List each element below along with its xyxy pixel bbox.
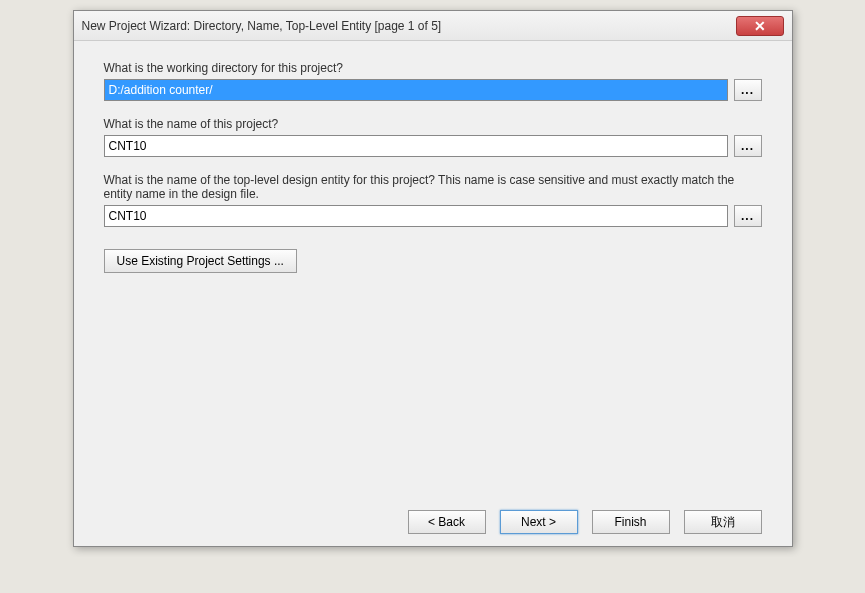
entity-row: ... — [104, 205, 762, 227]
entity-group: What is the name of the top-level design… — [104, 173, 762, 227]
directory-input[interactable] — [104, 79, 728, 101]
close-icon: ✕ — [754, 18, 766, 34]
directory-browse-button[interactable]: ... — [734, 79, 762, 101]
directory-row: ... — [104, 79, 762, 101]
cancel-button[interactable]: 取消 — [684, 510, 762, 534]
content-area: What is the working directory for this p… — [74, 41, 792, 546]
use-existing-button[interactable]: Use Existing Project Settings ... — [104, 249, 297, 273]
back-button[interactable]: < Back — [408, 510, 486, 534]
next-button[interactable]: Next > — [500, 510, 578, 534]
titlebar: New Project Wizard: Directory, Name, Top… — [74, 11, 792, 41]
window-title: New Project Wizard: Directory, Name, Top… — [82, 19, 442, 33]
project-name-group: What is the name of this project? ... — [104, 117, 762, 157]
directory-label: What is the working directory for this p… — [104, 61, 762, 75]
wizard-window: New Project Wizard: Directory, Name, Top… — [73, 10, 793, 547]
project-name-label: What is the name of this project? — [104, 117, 762, 131]
entity-label: What is the name of the top-level design… — [104, 173, 762, 201]
entity-input[interactable] — [104, 205, 728, 227]
entity-browse-button[interactable]: ... — [734, 205, 762, 227]
close-button[interactable]: ✕ — [736, 16, 784, 36]
footer-buttons: < Back Next > Finish 取消 — [408, 510, 762, 534]
project-name-row: ... — [104, 135, 762, 157]
directory-group: What is the working directory for this p… — [104, 61, 762, 101]
project-name-input[interactable] — [104, 135, 728, 157]
project-name-browse-button[interactable]: ... — [734, 135, 762, 157]
finish-button[interactable]: Finish — [592, 510, 670, 534]
